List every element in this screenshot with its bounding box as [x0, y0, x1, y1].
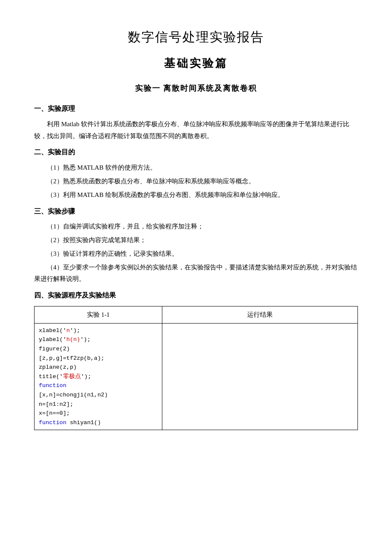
section1-heading: 一、实验原理	[34, 103, 358, 115]
code-token: zplane(z,p)	[39, 364, 77, 370]
section2-item1: （1）熟悉 MATLAB 软件的使用方法。	[34, 162, 358, 174]
code-line-10: x=[n==0];	[39, 409, 158, 418]
section3-heading: 三、实验步骤	[34, 205, 358, 218]
code-token: xlabel('	[39, 327, 66, 334]
code-token-red: h(n)	[66, 336, 80, 343]
code-token: ');	[70, 327, 80, 334]
experiment-title: 实验一 离散时间系统及离散卷积	[34, 81, 358, 95]
code-line-4: [z,p,g]=tf2zp(b,a);	[39, 354, 158, 363]
section1-paragraph: 利用 Matlab 软件计算出系统函数的零极点分布、单位脉冲响应和系统频率响应等…	[34, 119, 358, 142]
code-token: [x,n]=chongji(n1,n2)	[39, 392, 108, 398]
code-token: shiyan1()	[66, 419, 101, 426]
section3-item1: （1）自编并调试实验程序，并且，给实验程序加注释；	[34, 221, 358, 233]
code-line-7: function	[39, 381, 158, 390]
section2-item3: （3）利用 MATLAB 绘制系统函数的零极点分布图、系统频率响应和单位脉冲响应…	[34, 189, 358, 201]
section2-heading: 二、实验目的	[34, 146, 358, 159]
code-keyword: function	[39, 419, 66, 426]
code-token-red: n	[66, 327, 70, 334]
code-token: [z,p,g]=tf2zp(b,a);	[39, 355, 104, 361]
code-token: ');	[81, 373, 91, 380]
section3-item4: （4）至少要求一个除参考实例以外的实验结果，在实验报告中，要描述清楚实验结果对应…	[34, 262, 358, 286]
code-line-3: figure(2)	[39, 344, 158, 354]
result-cell	[162, 323, 358, 430]
code-line-6: title('零极点');	[39, 372, 158, 382]
code-cell: xlabel('n'); ylabel('h(n)'); figure(2) […	[35, 323, 162, 430]
section3-item2: （2）按照实验内容完成笔算结果；	[34, 234, 358, 246]
table-col1-header: 实验 1-1	[35, 306, 162, 323]
section2-item2: （2）熟悉系统函数的零极点分布、单位脉冲响应和系统频率响应等概念。	[34, 176, 358, 188]
code-token-red: 零极点	[63, 373, 81, 380]
code-line-8: [x,n]=chongji(n1,n2)	[39, 390, 158, 400]
code-line-1: xlabel('n');	[39, 326, 158, 335]
code-keyword: function	[39, 382, 66, 389]
table-row: xlabel('n'); ylabel('h(n)'); figure(2) […	[35, 323, 358, 430]
code-line-5: zplane(z,p)	[39, 363, 158, 372]
section3-item3: （3）验证计算程序的正确性，记录实验结果。	[34, 248, 358, 260]
experiment-table: 实验 1-1 运行结果 xlabel('n'); ylabel('h(n)');…	[34, 306, 358, 431]
table-col2-header: 运行结果	[162, 306, 358, 323]
main-title: 数字信号处理实验报告	[34, 26, 358, 49]
code-token: ylabel('	[39, 336, 66, 343]
code-token: x=[n==0];	[39, 410, 70, 416]
subtitle: 基础实验篇	[34, 54, 358, 74]
code-line-9: n=[n1:n2];	[39, 400, 158, 409]
code-line-11: function shiyan1()	[39, 418, 158, 428]
section4-heading: 四、实验源程序及实验结果	[34, 289, 358, 302]
code-token: n=[n1:n2];	[39, 401, 73, 408]
code-token: figure(2)	[39, 346, 70, 352]
code-token: ');	[80, 336, 90, 343]
code-token: title('	[39, 373, 63, 380]
code-line-2: ylabel('h(n)');	[39, 335, 158, 344]
